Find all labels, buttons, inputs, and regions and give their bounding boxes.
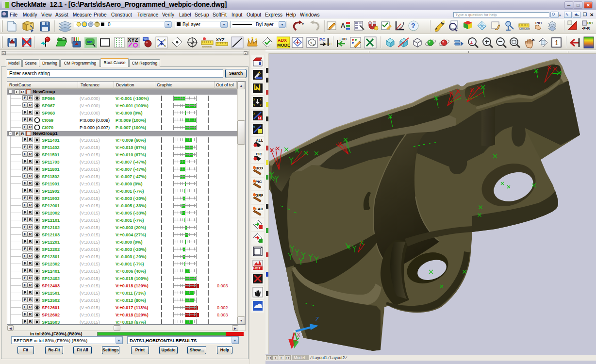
svg-text:LAB: LAB bbox=[255, 207, 263, 211]
svg-text:±: ± bbox=[470, 40, 473, 45]
svg-text:mmmmm: mmmmm bbox=[202, 45, 212, 48]
svg-text:A: A bbox=[341, 22, 346, 29]
svg-text:HOT: HOT bbox=[253, 266, 261, 270]
svg-text:x: x bbox=[253, 125, 255, 129]
svg-text:lab: lab bbox=[87, 40, 93, 44]
svg-text:▪F▪R: ▪F▪R bbox=[582, 26, 590, 31]
svg-text:x: x bbox=[164, 44, 166, 48]
svg-text:ADX: ADX bbox=[278, 38, 287, 43]
svg-text:x: x bbox=[260, 103, 262, 107]
svg-text:ALL: ALL bbox=[256, 138, 263, 143]
svg-text:1: 1 bbox=[400, 26, 402, 30]
svg-text:RC: RC bbox=[587, 21, 593, 25]
svg-text:PIC: PIC bbox=[256, 152, 263, 156]
svg-text:O: O bbox=[313, 44, 315, 47]
svg-text:MODE: MODE bbox=[277, 43, 290, 48]
svg-text:⋮HD: ⋮HD bbox=[338, 37, 347, 41]
svg-text:MMMMM: MMMMM bbox=[519, 28, 530, 31]
svg-text:H: H bbox=[258, 116, 261, 120]
svg-text:1: 1 bbox=[555, 39, 559, 47]
svg-text:x: x bbox=[260, 98, 262, 101]
svg-text:x: x bbox=[253, 98, 255, 101]
svg-text:PIC: PIC bbox=[535, 21, 542, 25]
svg-text:x: x bbox=[164, 38, 166, 41]
svg-text:?: ? bbox=[411, 22, 415, 30]
svg-text:x: x bbox=[157, 38, 159, 41]
svg-text:S: S bbox=[310, 42, 312, 45]
svg-text:GRP: GRP bbox=[255, 193, 263, 198]
svg-text:x: x bbox=[253, 103, 255, 107]
svg-text:BOX: BOX bbox=[255, 166, 263, 170]
svg-text:Z: Z bbox=[315, 316, 319, 323]
svg-text:x: x bbox=[253, 112, 255, 115]
svg-text:▾: ▾ bbox=[302, 22, 304, 26]
svg-text:XYZ: XYZ bbox=[216, 37, 225, 42]
svg-text:XYZ: XYZ bbox=[128, 37, 138, 43]
svg-text:X: X bbox=[297, 332, 300, 338]
svg-text:x: x bbox=[157, 44, 159, 48]
